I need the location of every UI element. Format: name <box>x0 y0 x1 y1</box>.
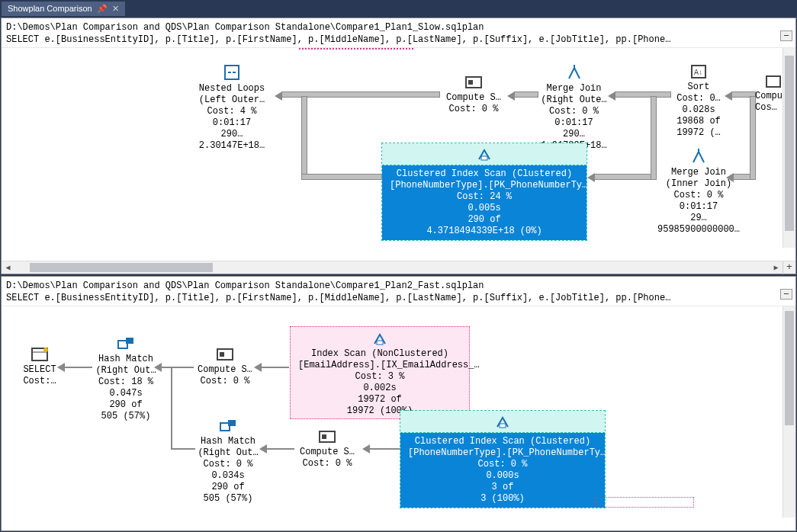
node-index-scan-nonclustered[interactable]: Index Scan (NonClustered) [EmailAddress]… <box>290 326 470 419</box>
node-compute-scalar-b[interactable]: Compute S… Cost: 0 % <box>296 428 358 470</box>
node-compute-scalar-1[interactable]: Compute S… Cost: 0 % <box>441 74 506 115</box>
node-sort[interactable]: A↓ Sort Cost: 0… 0.028s 19868 of 19972 (… <box>671 63 726 139</box>
svg-text:A↓: A↓ <box>694 69 703 77</box>
select-icon <box>18 346 61 363</box>
svg-rect-5 <box>766 76 780 87</box>
node-merge-join-inner[interactable]: Merge Join (Inner Join) Cost: 0 % 0:01:1… <box>656 147 741 236</box>
connector <box>302 175 381 179</box>
arrow <box>362 444 370 453</box>
main-content: D:\Demos\Plan Comparison and QDS\Plan Co… <box>0 17 797 532</box>
connector <box>302 97 307 179</box>
node-clustered-index-scan-selected-2[interactable]: Clustered Index Scan (Clustered) [PhoneN… <box>400 410 606 508</box>
pin-icon[interactable]: 📌 <box>97 4 108 14</box>
compute-scalar-icon <box>296 428 358 445</box>
tab-bar: Showplan Comparison 📌 ✕ <box>0 0 797 17</box>
connector <box>65 367 92 368</box>
hash-match-icon <box>93 335 159 352</box>
tab-showplan-comparison[interactable]: Showplan Comparison 📌 ✕ <box>2 2 125 16</box>
plan-canvas-slow[interactable]: Nested Loops (Left Outer… Cost: 4 % 0:01… <box>2 47 795 261</box>
node-nested-loops[interactable]: Nested Loops (Left Outer… Cost: 4 % 0:01… <box>186 63 278 152</box>
plan-sql[interactable]: SELECT e.[BusinessEntityID], p.[Title], … <box>6 34 791 46</box>
vertical-scrollbar[interactable] <box>783 306 795 518</box>
collapse-button[interactable]: — <box>780 289 792 300</box>
svg-rect-0 <box>225 66 239 79</box>
scroll-right-arrow[interactable]: ▶ <box>770 261 783 274</box>
compute-scalar-icon <box>441 74 506 91</box>
clustered-index-scan-icon <box>400 413 605 430</box>
plan-header-fast: D:\Demos\Plan Comparison and QDS\Plan Co… <box>2 277 795 306</box>
scroll-track[interactable] <box>14 261 770 274</box>
plan-header-slow: D:\Demos\Plan Comparison and QDS\Plan Co… <box>2 18 795 47</box>
horizontal-scrollbar[interactable]: ◀ ▶ + <box>2 261 795 274</box>
plan-canvas-fast[interactable]: SELECT Cost:… Hash Match (Right Out… Cos… <box>2 306 795 530</box>
collapse-button[interactable]: — <box>780 30 792 41</box>
highlight-fragment <box>595 497 694 508</box>
scroll-thumb[interactable] <box>785 311 794 425</box>
vertical-scrollbar[interactable] <box>783 48 795 248</box>
connector <box>370 448 400 450</box>
node-hash-match-2[interactable]: Hash Match (Right Out… Cost: 0 % 0.034s … <box>195 418 261 505</box>
svg-rect-18 <box>322 434 326 439</box>
node-clustered-index-scan-selected[interactable]: Clustered Index Scan (Clustered) [PhoneN… <box>381 143 587 241</box>
plan-sql[interactable]: SELECT e.[BusinessEntityID], p.[Title], … <box>6 292 791 304</box>
connector <box>515 92 538 97</box>
node-select[interactable]: SELECT Cost:… <box>18 346 61 387</box>
svg-point-9 <box>43 348 48 352</box>
sort-icon: A↓ <box>671 63 726 80</box>
index-scan-icon <box>298 330 461 347</box>
svg-rect-13 <box>220 352 224 357</box>
svg-rect-16 <box>228 420 236 426</box>
nested-loops-icon <box>186 63 278 82</box>
merge-join-icon <box>656 147 741 165</box>
scroll-thumb[interactable] <box>30 263 213 272</box>
svg-rect-14 <box>377 341 383 345</box>
merge-join-icon <box>538 63 610 82</box>
connector <box>267 448 294 450</box>
plan-pane-slow: D:\Demos\Plan Comparison and QDS\Plan Co… <box>1 18 796 274</box>
clustered-index-scan-icon <box>382 146 587 162</box>
plan-path: D:\Demos\Plan Comparison and QDS\Plan Co… <box>6 280 791 292</box>
node-hash-match-1[interactable]: Hash Match (Right Out… Cost: 18 % 0.047s… <box>93 335 159 422</box>
arrow <box>507 91 515 101</box>
connector <box>171 448 195 450</box>
svg-rect-19 <box>500 424 506 428</box>
zoom-plus-button[interactable]: + <box>783 261 795 274</box>
arrow <box>587 173 595 182</box>
scroll-thumb[interactable] <box>785 56 794 231</box>
scroll-left-arrow[interactable]: ◀ <box>2 261 14 274</box>
node-compute-scalar-a[interactable]: Compute S… Cost: 0 % <box>194 346 256 387</box>
connector <box>615 92 670 97</box>
node-merge-join-right[interactable]: Merge Join (Right Oute… Cost: 0 % 0:01:1… <box>538 63 610 152</box>
hash-match-icon <box>195 418 261 434</box>
plan-path: D:\Demos\Plan Comparison and QDS\Plan Co… <box>6 21 791 34</box>
tab-title: Showplan Comparison <box>8 4 92 13</box>
svg-rect-6 <box>481 156 487 160</box>
svg-rect-2 <box>468 80 473 85</box>
connector <box>595 175 656 179</box>
compute-scalar-icon <box>194 346 256 363</box>
connector <box>171 367 172 450</box>
svg-rect-11 <box>126 338 133 344</box>
connector <box>162 367 194 368</box>
close-icon[interactable]: ✕ <box>112 4 119 14</box>
plan-pane-fast: D:\Demos\Plan Comparison and QDS\Plan Co… <box>1 276 796 531</box>
connector <box>262 367 289 368</box>
highlight-fragment <box>299 48 413 50</box>
